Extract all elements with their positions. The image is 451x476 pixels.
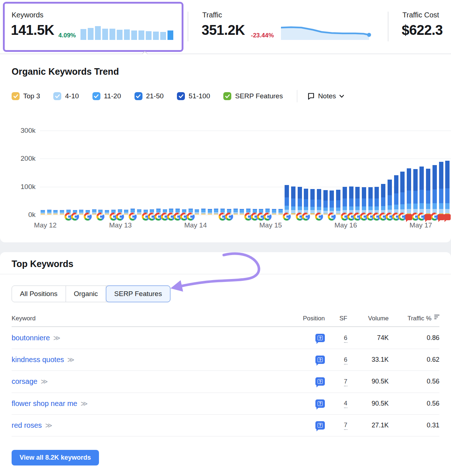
stacked-bar[interactable] [394,175,398,214]
sf-value[interactable]: 6 [344,335,347,343]
stacked-bar[interactable] [433,165,437,214]
google-update-icon[interactable] [283,213,291,221]
stacked-bar[interactable] [426,169,430,214]
keyword-link[interactable]: flower shop near me [12,399,77,407]
stacked-bar[interactable] [388,180,392,214]
featured-snippet-icon[interactable]: ? [315,421,325,430]
stacked-bar[interactable] [285,185,289,214]
col-keyword[interactable]: Keyword [12,315,270,322]
stacked-bar[interactable] [381,184,385,214]
featured-snippet-icon[interactable]: ? [315,334,325,342]
stacked-bar[interactable] [201,209,206,214]
stacked-bar[interactable] [400,172,405,214]
google-update-icon[interactable] [84,213,92,221]
legend-checkbox[interactable] [53,92,61,100]
stacked-bar[interactable] [445,161,450,214]
stacked-bar[interactable] [105,210,109,214]
google-update-icon[interactable] [71,213,79,221]
double-chevron-icon[interactable]: ≫ [45,422,52,429]
tab-organic[interactable]: Organic [66,286,107,302]
sf-value[interactable]: 4 [344,400,347,408]
sort-descending-icon[interactable] [434,315,439,320]
note-icon[interactable] [444,214,451,220]
google-update-icon[interactable] [264,213,272,221]
stacked-bar[interactable] [278,209,283,214]
double-chevron-icon[interactable]: ≫ [53,334,61,342]
legend-checkbox[interactable] [223,92,231,100]
keyword-link[interactable]: kindness quotes [12,356,64,364]
stacked-bar[interactable] [240,209,244,214]
stacked-bar[interactable] [92,209,96,214]
keyword-link[interactable]: boutonniere [12,334,50,342]
col-position[interactable]: Position [270,315,325,322]
stacked-bar[interactable] [310,189,315,214]
sf-value[interactable]: 7 [344,422,347,430]
sf-value[interactable]: 7 [344,378,347,386]
stacked-bar[interactable] [317,189,321,214]
legend-item[interactable]: 4-10 [53,92,79,100]
legend-checkbox[interactable] [177,92,185,100]
stacked-bar[interactable] [362,187,366,214]
col-volume[interactable]: Volume [352,315,389,322]
google-update-icon[interactable] [129,213,137,221]
stacked-bar[interactable] [79,210,83,214]
stacked-bar[interactable] [53,210,58,214]
stacked-bar[interactable] [60,210,64,214]
tab-serp-features[interactable]: SERP Features [106,286,170,302]
legend-item[interactable]: 21-50 [135,92,164,100]
stacked-bar[interactable] [208,209,212,214]
double-chevron-icon[interactable]: ≫ [80,400,88,407]
legend-checkbox[interactable] [135,92,142,100]
google-update-icon[interactable] [225,213,233,221]
legend-item[interactable]: 11-20 [92,92,121,100]
note-icon[interactable] [405,214,412,220]
note-icon[interactable] [425,214,431,220]
google-update-icon[interactable] [315,213,323,221]
google-update-icon[interactable] [328,213,336,221]
notes-button[interactable]: Notes [307,92,344,100]
stacked-bar[interactable] [407,168,411,214]
legend-checkbox[interactable] [12,92,20,100]
google-update-icon[interactable] [116,213,124,221]
double-chevron-icon[interactable]: ≫ [67,356,75,364]
double-chevron-icon[interactable]: ≫ [41,378,48,385]
stacked-bar[interactable] [368,187,373,214]
featured-snippet-icon[interactable]: ? [315,356,325,364]
stacked-bar[interactable] [298,187,302,214]
stacked-bar[interactable] [375,187,379,214]
google-update-icon[interactable] [187,213,195,221]
legend-checkbox[interactable] [92,92,100,100]
featured-snippet-icon[interactable]: ? [315,399,325,408]
stacked-bar[interactable] [323,190,328,214]
stacked-bar[interactable] [439,162,443,214]
stacked-bar[interactable] [330,190,334,214]
stacked-bar[interactable] [47,210,51,214]
google-update-icon[interactable] [302,213,310,221]
keyword-link[interactable]: corsage [12,377,37,385]
stacked-bar[interactable] [343,187,347,214]
stacked-bar[interactable] [336,190,340,214]
stacked-bar[interactable] [214,209,218,214]
legend-item[interactable]: SERP Features [223,92,283,100]
google-update-icon[interactable] [96,213,104,221]
stacked-bar[interactable] [419,167,424,214]
stacked-bar[interactable] [304,189,308,214]
stacked-bar[interactable] [355,187,360,214]
keyword-link[interactable]: red roses [12,421,42,429]
tab-all-positions[interactable]: All Positions [12,286,66,302]
stacked-bar[interactable] [41,210,45,214]
stacked-bar[interactable] [233,209,238,214]
stacked-bar[interactable] [349,186,353,214]
stacked-bar[interactable] [413,169,418,214]
legend-item[interactable]: Top 3 [12,92,40,100]
stacked-bar[interactable] [291,186,295,214]
legend-item[interactable]: 51-100 [177,92,210,100]
stacked-bar[interactable] [137,209,141,214]
col-traffic[interactable]: Traffic % [389,315,439,322]
sf-value[interactable]: 6 [344,356,347,365]
view-all-keywords-button[interactable]: View all 8.2K keywords [12,450,99,465]
col-sf[interactable]: SF [325,315,352,322]
stacked-bar[interactable] [124,210,128,214]
stacked-bar[interactable] [195,209,199,214]
stacked-bar[interactable] [272,209,276,214]
